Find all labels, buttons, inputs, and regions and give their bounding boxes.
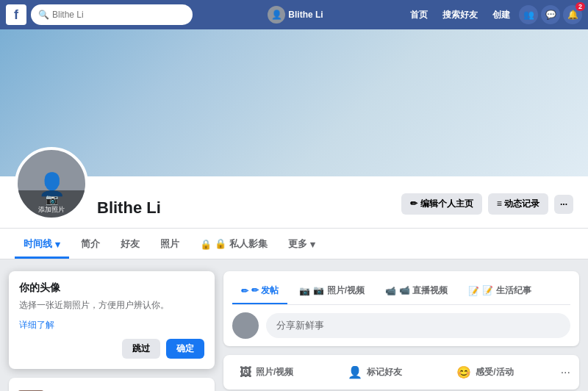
avatar-overlay: 📷 添加照片 — [18, 190, 85, 218]
feeling-activity-button[interactable]: 😊 感受/活动 — [449, 361, 520, 384]
profile-name: Blithe Li — [97, 198, 401, 218]
search-icon: 🔍 — [38, 10, 49, 20]
tab-friends[interactable]: 好友 — [112, 229, 148, 259]
search-bar[interactable]: 🔍 — [31, 4, 193, 25]
tab-more[interactable]: 更多 ▾ — [279, 229, 324, 259]
tab-about[interactable]: 简介 — [72, 229, 109, 259]
post-actions-bar: 🖼 照片/视频 👤 标记好友 😊 感受/活动 ··· — [223, 355, 579, 390]
right-column: ✏ ✏ 发帖 📷 📷 照片/视频 📹 📹 直播视频 📝 📝 生活纪事 分享新鲜事 — [223, 271, 579, 391]
tooltip-title: 你的头像 — [19, 281, 204, 295]
profile-avatar[interactable]: 👤 📷 添加照片 — [15, 147, 88, 220]
profile-actions: ✏ 编辑个人主页 ≡ 动态记录 ··· — [401, 193, 573, 220]
nav-username: Blithe Li — [288, 10, 323, 20]
profile-more-button[interactable]: ··· — [554, 195, 573, 214]
friends-icon-btn[interactable]: 👥 — [519, 5, 538, 24]
composer-input[interactable]: 分享新鲜事 — [266, 313, 570, 338]
emoji-icon: 😊 — [456, 365, 471, 379]
nav-user-info: 👤 Blithe Li — [268, 6, 323, 24]
photo-icon: 🖼 — [240, 366, 251, 379]
tooltip-learn-more-link[interactable]: 详细了解 — [19, 319, 204, 331]
tab-timeline[interactable]: 时间线 ▾ — [15, 229, 69, 259]
tooltip-actions: 跳过 确定 — [19, 339, 204, 359]
messenger-icon-btn[interactable]: 💬 — [541, 5, 560, 24]
nav-icons: 首页 搜索好友 创建 👥 💬 🔔 2 — [404, 5, 582, 24]
add-photo-label: 添加照片 — [38, 205, 65, 215]
cover-photo — [0, 29, 588, 176]
search-input[interactable] — [52, 10, 185, 20]
tooltip-skip-button[interactable]: 跳过 — [122, 339, 160, 359]
nav-home-link[interactable]: 首页 — [404, 6, 434, 24]
composer-tab-post[interactable]: ✏ ✏ 发帖 — [232, 279, 287, 304]
nav-create-link[interactable]: 创建 — [487, 6, 516, 24]
nav-center: 👤 Blithe Li — [193, 6, 398, 24]
tag-icon: 👤 — [348, 365, 362, 379]
left-column: 你的头像 选择一张近期照片，方便用户辨认你。 详细了解 跳过 确定 河南省 郑州… — [9, 271, 215, 391]
profile-header: 👤 📷 添加照片 Blithe Li ✏ 编辑个人主页 ≡ 动态记录 ··· 时… — [0, 29, 588, 259]
profile-info-bar: 👤 📷 添加照片 Blithe Li ✏ 编辑个人主页 ≡ 动态记录 ··· — [0, 176, 588, 229]
notifications-icon-btn[interactable]: 🔔 2 — [563, 5, 582, 24]
photo-video-button[interactable]: 🖼 照片/视频 — [232, 362, 301, 384]
composer-avatar — [232, 312, 259, 339]
location-card: 河南省 郑州市 ○ 🌐 公开 ▾ 跳过 保存 — [9, 378, 215, 391]
composer-tab-live[interactable]: 📹 📹 直播视频 — [376, 279, 456, 304]
profile-name-section: Blithe Li — [97, 198, 401, 220]
post-actions-more[interactable]: ··· — [561, 366, 570, 379]
tab-private-album[interactable]: 🔒 🔒 私人影集 — [191, 229, 276, 259]
activity-log-button[interactable]: ≡ 动态记录 — [488, 193, 548, 215]
avatar-tooltip-popup: 你的头像 选择一张近期照片，方便用户辨认你。 详细了解 跳过 确定 — [9, 271, 215, 369]
tooltip-confirm-button[interactable]: 确定 — [166, 339, 204, 359]
notification-badge: 2 — [576, 2, 585, 11]
top-navigation: f 🔍 👤 Blithe Li 首页 搜索好友 创建 👥 💬 🔔 2 — [0, 0, 588, 29]
nav-avatar: 👤 — [268, 6, 285, 24]
edit-profile-button[interactable]: ✏ 编辑个人主页 — [401, 193, 481, 215]
composer-input-row: 分享新鲜事 — [232, 312, 570, 339]
facebook-logo: f — [6, 4, 26, 25]
location-item: 河南省 郑州市 ○ — [18, 387, 206, 391]
composer-tab-life-event[interactable]: 📝 📝 生活纪事 — [459, 279, 539, 304]
post-composer: ✏ ✏ 发帖 📷 📷 照片/视频 📹 📹 直播视频 📝 📝 生活纪事 分享新鲜事 — [223, 271, 579, 346]
composer-tab-photo[interactable]: 📷 📷 照片/视频 — [290, 279, 373, 304]
profile-tabs: 时间线 ▾ 简介 好友 照片 🔒 🔒 私人影集 更多 ▾ — [0, 229, 588, 259]
tooltip-description: 选择一张近期照片，方便用户辨认你。 — [19, 299, 204, 312]
composer-tabs: ✏ ✏ 发帖 📷 📷 照片/视频 📹 📹 直播视频 📝 📝 生活纪事 — [232, 279, 570, 305]
nav-find-friends-link[interactable]: 搜索好友 — [437, 6, 484, 24]
main-content: 你的头像 选择一张近期照片，方便用户辨认你。 详细了解 跳过 确定 河南省 郑州… — [0, 259, 588, 391]
camera-icon: 📷 — [46, 193, 58, 205]
tab-photos[interactable]: 照片 — [151, 229, 188, 259]
tag-friend-button[interactable]: 👤 标记好友 — [340, 361, 409, 384]
